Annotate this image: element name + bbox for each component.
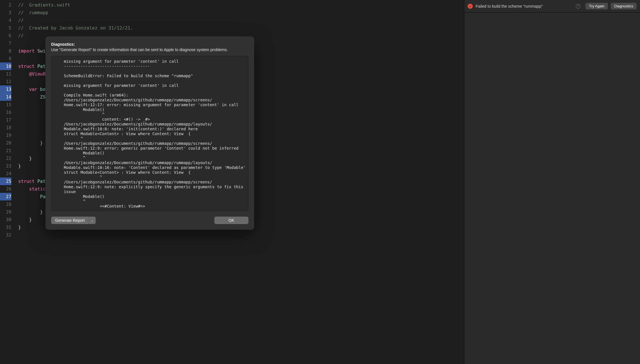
- code-line[interactable]: // Gradients.swift: [18, 1, 464, 9]
- line-number: 9: [0, 55, 11, 62]
- build-status-bar: ✕ Failed to build the scheme "rummapp" ?…: [464, 0, 640, 12]
- right-panel: ✕ Failed to build the scheme "rummapp" ?…: [464, 0, 640, 364]
- diagnostics-dialog: Diagnostics: Use "Generate Report" to cr…: [45, 36, 254, 230]
- line-number: 13: [0, 85, 11, 93]
- line-number: 6: [0, 32, 11, 39]
- line-number: 3: [0, 9, 11, 16]
- diagnostics-text-area[interactable]: [51, 56, 248, 211]
- generate-report-dropdown-icon[interactable]: ⌄: [89, 217, 96, 224]
- line-number: 20: [0, 139, 11, 147]
- line-number: 12: [0, 78, 11, 85]
- line-number: 21: [0, 147, 11, 154]
- dialog-title: Diagnostics:: [51, 42, 248, 47]
- help-icon[interactable]: ?: [576, 4, 580, 9]
- line-number: 30: [0, 216, 11, 223]
- code-line[interactable]: //: [18, 16, 464, 24]
- code-line[interactable]: // rummapp: [18, 9, 464, 16]
- code-line[interactable]: [18, 231, 464, 239]
- line-number: 14: [0, 93, 11, 101]
- line-number: 10: [0, 62, 11, 70]
- line-number: 22: [0, 154, 11, 162]
- line-number: 16: [0, 108, 11, 116]
- dialog-button-row: Generate Report ⌄ OK: [51, 217, 248, 224]
- line-number-gutter: 2345678910111213141516171819202122232425…: [0, 0, 15, 364]
- line-number: 31: [0, 223, 11, 231]
- line-number: 25: [0, 177, 11, 185]
- diagnostics-button[interactable]: Diagnostics: [611, 3, 637, 9]
- generate-report-group: Generate Report ⌄: [51, 217, 96, 224]
- line-number: 26: [0, 185, 11, 193]
- line-number: 27: [0, 193, 11, 200]
- line-number: 11: [0, 70, 11, 78]
- line-number: 19: [0, 131, 11, 139]
- code-line[interactable]: // Created by Jacob Gonzalez on 31/12/21…: [18, 24, 464, 32]
- line-number: 29: [0, 208, 11, 216]
- line-number: 5: [0, 24, 11, 32]
- try-again-button[interactable]: Try Again: [585, 3, 608, 9]
- line-number: 4: [0, 16, 11, 24]
- generate-report-button[interactable]: Generate Report: [51, 217, 89, 224]
- line-number: 32: [0, 231, 11, 239]
- line-number: 23: [0, 162, 11, 170]
- line-number: 2: [0, 1, 11, 9]
- error-icon: ✕: [468, 4, 473, 9]
- line-number: 28: [0, 200, 11, 208]
- line-number: 17: [0, 116, 11, 124]
- line-number: 18: [0, 124, 11, 131]
- build-error-text: Failed to build the scheme "rummapp": [476, 4, 573, 9]
- line-number: 24: [0, 170, 11, 177]
- ok-button[interactable]: OK: [214, 217, 248, 224]
- dialog-subtitle: Use "Generate Report" to create informat…: [51, 47, 248, 52]
- line-number: 7: [0, 39, 11, 47]
- line-number: 15: [0, 101, 11, 108]
- line-number: 8: [0, 47, 11, 55]
